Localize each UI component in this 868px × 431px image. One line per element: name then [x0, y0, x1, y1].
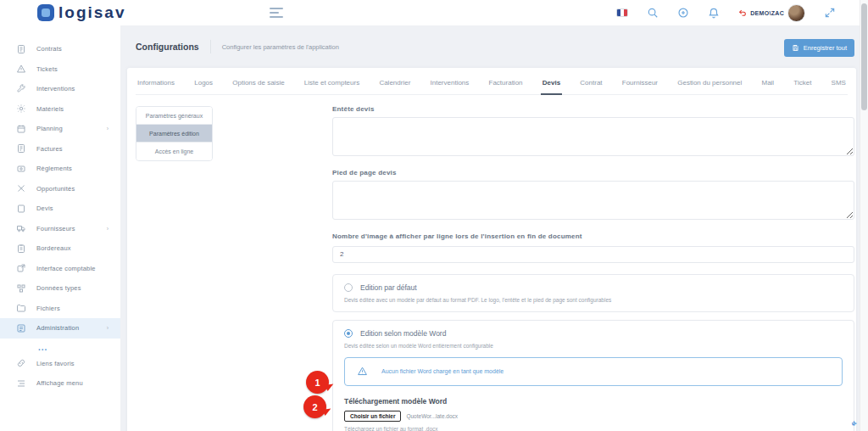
chevron-right-icon: ›: [107, 226, 108, 232]
quote-footer-textarea[interactable]: [332, 181, 854, 220]
default-edition-title: Edition par défaut: [360, 283, 417, 292]
avatar: [787, 4, 805, 22]
page-header: Configurations Configurer les paramètres…: [136, 36, 339, 58]
network-icon: [16, 183, 26, 193]
sidebar-item-tickets[interactable]: Tickets: [0, 59, 120, 80]
tab-options-de-saisie[interactable]: Options de saisie: [231, 79, 286, 94]
sidebar-item-devis[interactable]: Devis: [0, 199, 120, 219]
ticket-warning-icon: [16, 64, 26, 74]
tab-devis[interactable]: Devis: [541, 79, 562, 95]
subnav-acces-en-ligne[interactable]: Accès en ligne: [136, 143, 212, 160]
language-flag-icon[interactable]: [616, 8, 628, 17]
chosen-file-name: QuoteWor...late.docx: [406, 413, 458, 419]
sidebar-toggle-icon[interactable]: [270, 8, 283, 18]
chevron-right-icon: ›: [107, 325, 108, 331]
chevron-right-icon: ›: [107, 126, 108, 132]
annotation-step-1: 1: [306, 371, 329, 394]
admin-icon: [16, 323, 26, 333]
add-icon[interactable]: [677, 7, 689, 19]
sidebar-item-contrats[interactable]: Contrats: [0, 39, 120, 59]
save-icon: [792, 44, 799, 52]
sidebar-more-dots[interactable]: ...: [38, 344, 120, 352]
notifications-bell-icon[interactable]: [708, 7, 720, 19]
default-edition-radio[interactable]: [344, 283, 353, 292]
subnav-parametres-edition[interactable]: Paramètres édition: [136, 125, 212, 143]
tab-logos[interactable]: Logos: [192, 79, 214, 94]
sidebar-item-materiels[interactable]: Matériels: [0, 99, 120, 120]
header-divider: [210, 40, 211, 53]
sidebar-item-affichage-menu[interactable]: Affichage menu: [0, 373, 120, 394]
no-word-file-warning: Aucun fichier Word chargé en tant que mo…: [344, 357, 843, 386]
images-per-line-label: Nombre d'image à afficher par ligne lors…: [332, 232, 854, 240]
images-per-line-input[interactable]: [332, 246, 854, 263]
sidebar-item-reglements[interactable]: Règlements: [0, 159, 120, 179]
calendar-icon: [16, 124, 26, 134]
truck-icon: [16, 223, 26, 233]
logo-icon: [37, 4, 54, 21]
vertical-scrollbar[interactable]: [860, 0, 868, 431]
word-edition-title: Edition selon modèle Word: [360, 329, 446, 338]
folder-icon: [16, 303, 26, 313]
tab-ticket[interactable]: Ticket: [792, 79, 813, 94]
page-subtitle: Configurer les paramètres de l'applicati…: [222, 43, 339, 51]
menu-display-icon: [16, 378, 26, 389]
word-edition-option: Edition selon modèle Word Devis éditée s…: [332, 320, 854, 431]
tab-bar: Informations Logos Options de saisie Lis…: [136, 68, 848, 95]
sidebar-item-interface-comptable[interactable]: Interface comptable: [0, 259, 120, 279]
link-icon: [16, 358, 26, 368]
tab-sms[interactable]: SMS: [830, 79, 848, 94]
tab-informations[interactable]: Informations: [136, 79, 176, 94]
fullscreen-icon[interactable]: [824, 7, 836, 19]
word-edition-description: Devis éditée selon un modèle Word entièr…: [344, 343, 843, 349]
sidebar-item-bordereaux[interactable]: Bordereaux: [0, 238, 120, 259]
upload-section-title: Téléchargement modèle Word: [344, 397, 843, 406]
sidebar-item-donnees-types[interactable]: Données types: [0, 278, 120, 299]
quote-footer-label: Pied de page devis: [332, 169, 854, 176]
scrollbar-thumb[interactable]: [861, 3, 867, 110]
tab-calendrier[interactable]: Calendrier: [377, 79, 412, 94]
user-menu[interactable]: DEMO\ZAC: [738, 4, 805, 22]
default-edition-option: Edition par défaut Devis éditée avec un …: [332, 274, 854, 312]
quote-header-label: Entête devis: [332, 105, 854, 113]
switch-user-arrow-icon: [738, 8, 747, 17]
contract-icon: [16, 44, 26, 54]
wrench-icon: [16, 84, 26, 94]
tab-gestion-du-personnel[interactable]: Gestion du personnel: [676, 79, 743, 94]
tab-liste-et-compteurs[interactable]: Liste et compteurs: [303, 79, 361, 94]
sidebar-item-fichiers[interactable]: Fichiers: [0, 299, 120, 319]
sidebar-item-liens-favoris[interactable]: Liens favoris: [0, 354, 120, 374]
warning-text: Aucun fichier Word chargé en tant que mo…: [381, 368, 504, 374]
choose-file-button[interactable]: Choisir un fichier: [344, 411, 401, 422]
tab-facturation[interactable]: Facturation: [487, 79, 525, 94]
quote-header-textarea[interactable]: [332, 117, 854, 156]
data-grid-icon: [16, 283, 26, 294]
annotation-step-2: 2: [303, 395, 326, 418]
quote-icon: [16, 204, 26, 214]
sidebar-item-opportunites[interactable]: Opportunités: [0, 179, 120, 199]
word-edition-radio[interactable]: [344, 329, 353, 338]
warning-triangle-icon: [357, 366, 368, 377]
upload-format-hint: Téléchargez un fichier au format .docx: [344, 426, 843, 431]
settings-subnav: Paramètres généraux Paramètres édition A…: [136, 106, 213, 161]
sidebar-item-planning[interactable]: Planning ›: [0, 119, 120, 139]
sidebar-item-factures[interactable]: Factures: [0, 139, 120, 160]
file-input-row: Choisir un fichier QuoteWor...late.docx: [344, 411, 843, 422]
logo-text: logisav: [58, 3, 125, 22]
configuration-card: Informations Logos Options de saisie Lis…: [127, 68, 856, 431]
default-edition-description: Devis éditée avec un modèle par défaut a…: [344, 297, 843, 303]
tab-interventions[interactable]: Interventions: [429, 79, 471, 94]
subnav-parametres-generaux[interactable]: Paramètres généraux: [136, 107, 212, 125]
search-icon[interactable]: [647, 7, 659, 19]
top-bar: logisav DEMO\ZAC: [0, 0, 860, 25]
logo[interactable]: logisav: [37, 3, 125, 22]
application-window: logisav DEMO\ZAC: [0, 0, 868, 431]
sidebar-item-interventions[interactable]: Interventions: [0, 79, 120, 99]
save-all-button[interactable]: Enregistrer tout: [784, 39, 854, 57]
sidebar-item-administration[interactable]: Administration ›: [0, 318, 120, 339]
tab-mail[interactable]: Mail: [760, 79, 776, 94]
export-icon: [16, 263, 26, 273]
sidebar-item-fournisseurs[interactable]: Fournisseurs ›: [0, 219, 120, 239]
tab-contrat[interactable]: Contrat: [578, 79, 604, 94]
user-name: DEMO\ZAC: [750, 10, 784, 16]
tab-fournisseur[interactable]: Fournisseur: [620, 79, 659, 94]
